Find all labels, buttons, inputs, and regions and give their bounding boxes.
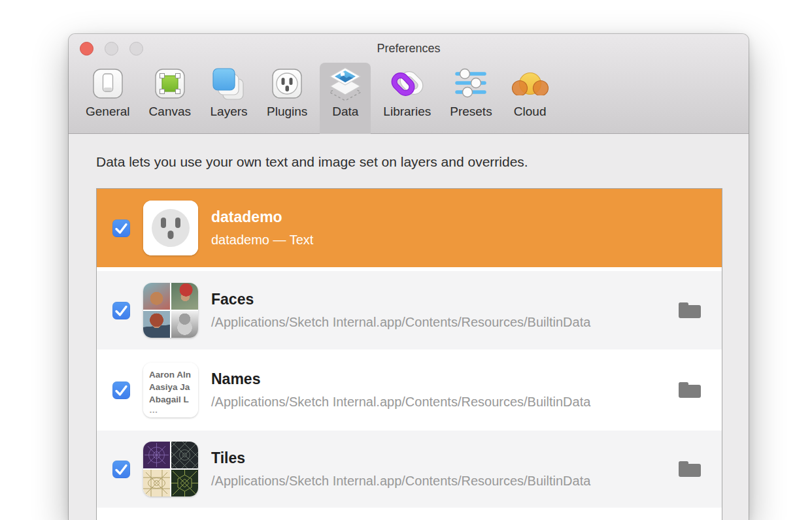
- row-text-block: datademo datademo — Text: [211, 208, 313, 248]
- names-reveal-folder-button[interactable]: [677, 380, 702, 400]
- data-icon: [326, 65, 364, 104]
- row-text-block: Names /Applications/Sketch Internal.app/…: [211, 370, 590, 410]
- checkmark-icon: [112, 219, 130, 237]
- row-title: Faces: [211, 291, 590, 308]
- general-icon: [89, 65, 127, 104]
- tab-libraries[interactable]: Libraries: [377, 63, 437, 134]
- tab-canvas-label: Canvas: [149, 105, 191, 119]
- layers-icon: [210, 65, 248, 104]
- folder-icon: [677, 380, 702, 400]
- tiles-patterns-thumbnail: [143, 442, 198, 496]
- preferences-window: Preferences General: [69, 34, 749, 520]
- tab-plugins-label: Plugins: [267, 105, 307, 119]
- row-path: /Applications/Sketch Internal.app/Conten…: [211, 474, 590, 489]
- faces-checkbox[interactable]: [112, 302, 130, 319]
- tab-data-label: Data: [332, 105, 358, 119]
- data-source-row-names[interactable]: Aaron Aln Aasiya Ja Abagail L … Names /A…: [97, 349, 722, 431]
- row-path: /Applications/Sketch Internal.app/Conten…: [211, 395, 590, 410]
- tab-presets[interactable]: Presets: [443, 63, 498, 134]
- row-text-block: Faces /Applications/Sketch Internal.app/…: [211, 291, 590, 330]
- tiles-checkbox[interactable]: [112, 461, 130, 478]
- data-pane: Data lets you use your own text and imag…: [69, 135, 749, 520]
- tab-libraries-label: Libraries: [383, 105, 431, 119]
- row-title: Tiles: [211, 449, 590, 467]
- window-chrome: Preferences General: [69, 34, 749, 134]
- pane-description: Data lets you use your own text and imag…: [96, 154, 528, 170]
- cloud-icon: [511, 65, 549, 104]
- tile-pattern-2: [171, 442, 198, 468]
- row-subtitle: datademo — Text: [211, 233, 313, 248]
- face-photo-4: [171, 311, 198, 338]
- faces-reveal-folder-button[interactable]: [677, 301, 702, 320]
- tab-layers-label: Layers: [211, 105, 248, 119]
- data-source-row-faces[interactable]: Faces /Applications/Sketch Internal.app/…: [97, 271, 722, 349]
- presets-icon: [452, 65, 490, 104]
- checkmark-icon: [112, 461, 130, 478]
- row-path: /Applications/Sketch Internal.app/Conten…: [211, 315, 590, 330]
- tab-data[interactable]: Data: [320, 63, 371, 134]
- tab-layers[interactable]: Layers: [203, 63, 254, 134]
- names-preview-ellipsis: …: [149, 406, 198, 415]
- names-text-thumbnail: Aaron Aln Aasiya Ja Abagail L …: [143, 363, 198, 417]
- row-text-block: Tiles /Applications/Sketch Internal.app/…: [211, 449, 590, 489]
- tab-canvas[interactable]: Canvas: [143, 63, 197, 134]
- data-source-row-datademo[interactable]: datademo datademo — Text: [97, 189, 722, 267]
- folder-icon: [677, 301, 702, 320]
- tab-general[interactable]: General: [79, 63, 137, 134]
- face-photo-1: [143, 283, 170, 310]
- titlebar[interactable]: Preferences: [69, 34, 749, 63]
- datademo-checkbox[interactable]: [112, 219, 130, 237]
- row-title: datademo: [211, 208, 313, 226]
- tab-cloud-label: Cloud: [514, 105, 547, 119]
- data-source-row-partial[interactable]: [97, 508, 722, 520]
- face-photo-2: [171, 283, 198, 310]
- tab-general-label: General: [86, 105, 130, 119]
- checkmark-icon: [112, 382, 130, 399]
- face-photo-3: [143, 311, 170, 338]
- canvas-icon: [151, 65, 189, 104]
- tile-pattern-4: [171, 470, 198, 496]
- plug-outlet-thumbnail: [143, 201, 198, 255]
- faces-photos-thumbnail: [143, 283, 198, 338]
- names-preview-line: Aasiya Ja: [149, 381, 198, 393]
- plugins-icon: [268, 65, 306, 104]
- names-checkbox[interactable]: [112, 382, 130, 399]
- data-source-row-tiles[interactable]: Tiles /Applications/Sketch Internal.app/…: [97, 431, 722, 508]
- tiles-reveal-folder-button[interactable]: [677, 459, 702, 479]
- row-title: Names: [211, 370, 590, 388]
- tab-plugins[interactable]: Plugins: [260, 63, 314, 134]
- names-preview-line: Abagail L: [149, 393, 198, 406]
- preferences-toolbar: General Canvas: [69, 63, 749, 134]
- tile-pattern-3: [143, 470, 170, 496]
- window-title: Preferences: [69, 42, 749, 56]
- libraries-icon: [388, 65, 426, 104]
- folder-icon: [677, 459, 702, 479]
- names-preview-line: Aaron Aln: [149, 368, 198, 381]
- checkmark-icon: [112, 302, 130, 319]
- tab-cloud[interactable]: Cloud: [505, 63, 556, 134]
- data-sources-list: datademo datademo — Text: [96, 188, 722, 520]
- tab-presets-label: Presets: [450, 105, 492, 119]
- tile-pattern-1: [143, 442, 170, 468]
